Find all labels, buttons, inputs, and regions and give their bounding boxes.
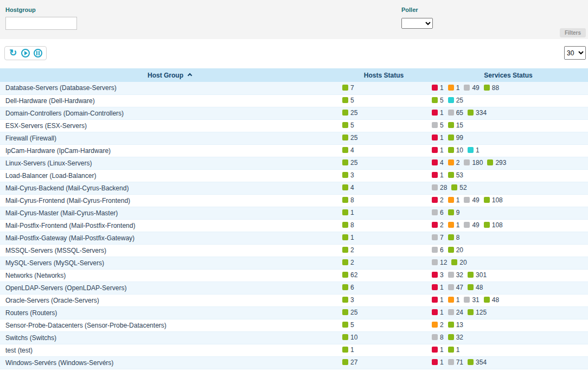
status-badge-ok[interactable]: 354 [468, 359, 487, 366]
status-badge-up[interactable]: 3 [342, 171, 354, 179]
status-badge-up[interactable]: 8 [342, 221, 354, 229]
status-badge-up[interactable]: 1 [342, 346, 354, 354]
play-icon[interactable] [21, 49, 30, 57]
status-badge-ok[interactable]: 20 [451, 259, 466, 266]
hostgroup-name[interactable]: Switchs (Switchs) [0, 331, 339, 344]
status-badge-critical[interactable]: 1 [432, 171, 444, 179]
status-badge-unknown[interactable]: 5 [432, 121, 444, 129]
status-badge-critical[interactable]: 1 [432, 296, 444, 304]
hostgroup-name[interactable]: OpenLDAP-Servers (OpenLDAP-Servers) [0, 282, 339, 294]
status-badge-unknown[interactable]: 7 [432, 234, 444, 241]
status-badge-unknown[interactable]: 31 [464, 296, 479, 304]
status-badge-ok[interactable]: 15 [448, 121, 463, 129]
hostgroup-name[interactable]: Windows-Servérs (Windows-Servérs) [0, 356, 339, 369]
status-badge-ok[interactable]: 13 [448, 321, 463, 329]
status-badge-warning[interactable]: 1 [448, 221, 460, 229]
hostgroup-name[interactable]: MSSQL-Servers (MSSQL-Servers) [0, 244, 339, 257]
status-badge-up[interactable]: 7 [342, 84, 354, 92]
status-badge-up[interactable]: 5 [342, 321, 354, 329]
status-badge-ok[interactable]: 301 [468, 271, 487, 279]
status-badge-ok[interactable]: 9 [448, 209, 460, 216]
status-badge-up[interactable]: 5 [342, 121, 354, 129]
status-badge-unknown[interactable]: 6 [432, 246, 444, 254]
status-badge-up[interactable]: 25 [342, 109, 357, 117]
status-badge-unknown[interactable]: 8 [432, 334, 444, 341]
status-badge-critical[interactable]: 2 [432, 221, 444, 229]
status-badge-critical[interactable]: 1 [432, 309, 444, 316]
status-badge-up[interactable]: 1 [342, 234, 354, 241]
hostgroup-name[interactable]: Sensor-Probe-Datacenters (Sensor-Probe-D… [0, 319, 339, 331]
hostgroup-name[interactable]: Mail-Postfix-Gateway (Mail-Postfix-Gatew… [0, 232, 339, 244]
hostgroup-name[interactable]: Mail-Cyrus-Master (Mail-Cyrus-Master) [0, 207, 339, 219]
status-badge-critical[interactable]: 2 [432, 196, 444, 204]
status-badge-ok[interactable]: 334 [468, 109, 487, 117]
status-badge-unknown[interactable]: 49 [464, 221, 479, 229]
status-badge-up[interactable]: 25 [342, 159, 357, 167]
status-badge-unknown[interactable]: 47 [448, 284, 463, 291]
status-badge-pending[interactable]: 25 [448, 97, 463, 104]
hostgroup-name[interactable]: Linux-Servers (Linux-Servers) [0, 157, 339, 169]
hostgroup-name[interactable]: test (test) [0, 344, 339, 356]
status-badge-ok[interactable]: 32 [448, 334, 463, 341]
status-badge-up[interactable]: 6 [342, 284, 354, 291]
hostgroup-name[interactable]: Mail-Cyrus-Frontend (Mail-Cyrus-Frontend… [0, 194, 339, 207]
poller-filter-select[interactable] [401, 18, 433, 29]
status-badge-up[interactable]: 25 [342, 134, 357, 142]
status-badge-ok[interactable]: 48 [484, 296, 499, 304]
status-badge-ok[interactable]: 108 [484, 196, 503, 204]
status-badge-up[interactable]: 3 [342, 296, 354, 304]
hostgroup-name[interactable]: MySQL-Servers (MySQL-Servers) [0, 257, 339, 269]
status-badge-critical[interactable]: 1 [432, 109, 444, 117]
status-badge-critical[interactable]: 1 [432, 284, 444, 291]
hostgroup-name[interactable]: Database-Servers (Database-Servers) [0, 82, 339, 94]
status-badge-up[interactable]: 25 [342, 309, 357, 316]
status-badge-up[interactable]: 4 [342, 146, 354, 154]
status-badge-ok[interactable]: 53 [448, 171, 463, 179]
status-badge-ok[interactable]: 125 [468, 309, 487, 316]
status-badge-up[interactable]: 2 [342, 246, 354, 254]
status-badge-warning[interactable]: 2 [448, 159, 460, 167]
status-badge-ok[interactable]: 293 [487, 159, 506, 167]
status-badge-up[interactable]: 5 [342, 97, 354, 104]
status-badge-unknown[interactable]: 6 [432, 209, 444, 216]
status-badge-unknown[interactable]: 49 [464, 196, 479, 204]
status-badge-unknown[interactable]: 49 [464, 84, 479, 92]
status-badge-critical[interactable]: 4 [432, 159, 444, 167]
status-badge-ok[interactable]: 20 [448, 246, 463, 254]
status-badge-unknown[interactable]: 24 [448, 309, 463, 316]
hostgroup-name[interactable]: Oracle-Servers (Oracle-Servers) [0, 294, 339, 306]
header-host-group[interactable]: Host Group [0, 68, 339, 82]
hostgroup-name[interactable]: Mail-Cyrus-Backend (Mail-Cyrus-Backend) [0, 182, 339, 194]
status-badge-warning[interactable]: 2 [432, 321, 444, 329]
hostgroup-filter-input[interactable] [5, 17, 77, 30]
hostgroup-name[interactable]: Dell-Hardware (Dell-Hardware) [0, 94, 339, 107]
status-badge-pending[interactable]: 1 [468, 146, 480, 154]
status-badge-warning[interactable]: 1 [448, 296, 460, 304]
pause-icon[interactable] [34, 49, 42, 57]
header-services-status[interactable]: Services Status [429, 68, 588, 82]
status-badge-critical[interactable]: 1 [432, 346, 444, 354]
hostgroup-name[interactable]: Networks (Networks) [0, 269, 339, 282]
hostgroup-name[interactable]: Routers (Routers) [0, 306, 339, 319]
status-badge-ok[interactable]: 5 [432, 97, 444, 104]
hostgroup-name[interactable]: Load-Balancer (Load-Balancer) [0, 169, 339, 182]
hostgroup-name[interactable]: Domain-Controllers (Domain-Controllers) [0, 107, 339, 119]
page-size-select[interactable]: 30 [564, 46, 586, 60]
status-badge-unknown[interactable]: 12 [432, 259, 447, 266]
status-badge-ok[interactable]: 88 [484, 84, 499, 92]
status-badge-ok[interactable]: 8 [448, 234, 460, 241]
hostgroup-name[interactable]: Mail-Postfix-Frontend (Mail-Postfix-Fron… [0, 219, 339, 232]
status-badge-ok[interactable]: 48 [468, 284, 483, 291]
status-badge-unknown[interactable]: 65 [448, 109, 463, 117]
status-badge-ok[interactable]: 99 [448, 134, 463, 142]
status-badge-up[interactable]: 1 [342, 209, 354, 216]
status-badge-up[interactable]: 27 [342, 359, 357, 366]
status-badge-ok[interactable]: 1 [448, 346, 460, 354]
status-badge-warning[interactable]: 1 [448, 196, 460, 204]
status-badge-unknown[interactable]: 28 [432, 184, 447, 191]
header-hosts-status[interactable]: Hosts Status [339, 68, 429, 82]
hostgroup-name[interactable]: IpCam-Hardware (IpCam-Hardware) [0, 144, 339, 157]
refresh-icon[interactable]: ↻ [9, 49, 17, 57]
status-badge-up[interactable]: 8 [342, 196, 354, 204]
status-badge-critical[interactable]: 3 [432, 271, 444, 279]
